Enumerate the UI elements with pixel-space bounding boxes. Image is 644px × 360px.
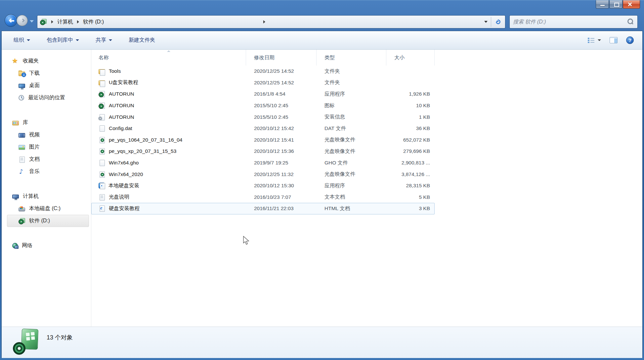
nav-bar: 计算机 软件 (D:)	[0, 13, 644, 31]
forward-button[interactable]	[17, 15, 28, 26]
file-date: 2020/10/12 15:30	[246, 183, 317, 189]
file-name: 光盘说明	[109, 194, 129, 201]
file-date: 2016/10/23 7:07	[246, 194, 317, 200]
table-row[interactable]: 硬盘安装教程 2016/11/21 22:03 HTML 文档 3 KB	[91, 203, 435, 214]
file-name: pe_yqs_xp_20_07_31_15_53	[109, 148, 176, 154]
file-size: 279,696 KB	[386, 148, 435, 154]
column-header-name[interactable]: 名称	[91, 50, 246, 66]
help-button[interactable]: ?	[626, 36, 634, 44]
download-icon	[19, 71, 25, 76]
table-row[interactable]: AUTORUN 2015/5/10 2:45 图标 10 KB	[91, 100, 435, 112]
sidebar-item-documents[interactable]: 文档	[7, 153, 89, 165]
search-box	[509, 15, 638, 28]
sidebar-item-videos[interactable]: 视频	[7, 129, 89, 141]
sidebar-item-software-d[interactable]: 软件 (D:)	[7, 215, 89, 227]
file-date: 2016/11/21 22:03	[246, 205, 317, 211]
disc-app-icon	[99, 103, 105, 109]
file-size: 3 KB	[386, 205, 435, 211]
breadcrumb-item-software-d[interactable]: 软件 (D:)	[73, 19, 104, 25]
table-row[interactable]: 光盘说明 2016/10/23 7:07 文本文档 5 KB	[91, 192, 435, 203]
file-name: Tools	[109, 68, 121, 74]
file-date: 2020/10/12 15:42	[246, 125, 317, 131]
table-row[interactable]: AUTORUN 2015/5/10 2:45 安装信息 1 KB	[91, 111, 435, 123]
table-row[interactable]: Win7x64_2020 2020/12/25 11:32 光盘映像文件 3,8…	[91, 168, 435, 180]
file-name: 硬盘安装教程	[109, 205, 140, 212]
breadcrumb-separator-icon	[51, 20, 53, 23]
views-icon	[588, 37, 594, 43]
table-row[interactable]: Win7x64.gho 2019/9/7 19:25 GHO 文件 2,900,…	[91, 157, 435, 169]
maximize-button[interactable]	[609, 0, 623, 9]
star-icon	[12, 58, 19, 64]
sidebar-item-music[interactable]: 音乐	[7, 165, 89, 178]
table-row[interactable]: AUTORUN 2016/1/8 4:54 应用程序 1,926 KB	[91, 88, 435, 100]
window-controls	[595, 0, 640, 9]
change-view-button[interactable]	[588, 37, 601, 43]
file-type: DAT 文件	[317, 125, 386, 132]
file-type: 文件夹	[317, 68, 386, 75]
search-input[interactable]	[510, 19, 626, 25]
file-type: 文本文档	[317, 194, 386, 201]
file-name: Config.dat	[109, 125, 132, 131]
search-icon	[626, 18, 635, 26]
file-date: 2020/10/12 15:36	[246, 148, 317, 154]
table-row[interactable]: 本地硬盘安装 2020/10/12 15:30 应用程序 28,315 KB	[91, 180, 435, 192]
back-button[interactable]	[5, 14, 17, 27]
sidebar-item-pictures[interactable]: 图片	[7, 141, 89, 153]
breadcrumb-item-computer[interactable]: 计算机	[47, 19, 73, 25]
videos-icon	[19, 133, 25, 138]
file-date: 2015/5/10 2:45	[246, 103, 317, 109]
main-area: 收藏夹下载桌面最近访问的位置库视频图片文档音乐计算机本地磁盘 (C:)软件 (D…	[2, 50, 642, 327]
titlebar[interactable]	[0, 0, 644, 13]
disc-image-icon	[99, 137, 105, 143]
table-row[interactable]: U盘安装教程 2020/12/25 14:52 文件夹	[91, 77, 435, 89]
preview-pane-button[interactable]	[610, 37, 618, 43]
status-bar: 13 个对象	[2, 327, 642, 358]
toolbar-button-new-folder[interactable]: 新建文件夹	[125, 35, 158, 46]
toolbar-button-share[interactable]: 共享	[92, 35, 115, 46]
column-headers: 名称 修改日期 类型	[91, 50, 435, 66]
file-date: 2020/12/25 14:52	[246, 80, 317, 86]
sidebar-item-download[interactable]: 下载	[7, 67, 89, 79]
file-date: 2019/9/7 19:25	[246, 160, 317, 166]
file-type: 应用程序	[317, 91, 386, 98]
file-type: 光盘映像文件	[317, 171, 386, 178]
file-size: 3,874,126 ...	[386, 171, 435, 177]
explorer-window: 计算机 软件 (D:)	[0, 0, 644, 360]
toolbar-button-organize[interactable]: 组织	[10, 35, 33, 46]
drive-status-icon	[13, 329, 39, 355]
file-name: Win7x64_2020	[109, 171, 143, 177]
status-text: 13 个对象	[47, 334, 73, 341]
sidebar-group-network[interactable]: 网络	[2, 240, 91, 252]
sidebar-item-desktop[interactable]: 桌面	[7, 79, 89, 92]
breadcrumb-separator-icon[interactable]	[263, 20, 265, 23]
sidebar-group-computer[interactable]: 计算机	[2, 190, 91, 202]
file-blank-icon	[99, 160, 105, 166]
address-bar[interactable]: 计算机 软件 (D:)	[37, 15, 505, 28]
drive-icon	[40, 19, 47, 25]
table-row[interactable]: Tools 2020/12/25 14:52 文件夹	[91, 66, 435, 77]
lib-icon	[12, 121, 19, 125]
file-type: GHO 文件	[317, 159, 386, 166]
sidebar-group-favorites[interactable]: 收藏夹	[2, 55, 91, 67]
table-row[interactable]: pe_yqs_1064_20_07_31_16_04 2020/10/12 15…	[91, 134, 435, 146]
column-header-type[interactable]: 类型	[317, 50, 386, 66]
toolbar-button-include-in-library[interactable]: 包含到库中	[43, 35, 82, 46]
column-header-size[interactable]: 大小	[386, 50, 435, 66]
table-row[interactable]: pe_yqs_xp_20_07_31_15_53 2020/10/12 15:3…	[91, 146, 435, 157]
file-size: 1,926 KB	[386, 91, 435, 97]
minimize-button[interactable]	[596, 0, 609, 9]
file-size: 652,072 KB	[386, 137, 435, 143]
refresh-button[interactable]	[491, 16, 505, 28]
dropdown-caret-icon	[109, 39, 112, 41]
sidebar-group-libraries[interactable]: 库	[2, 116, 91, 129]
file-type: 文件夹	[317, 79, 386, 86]
table-row[interactable]: Config.dat 2020/10/12 15:42 DAT 文件 36 KB	[91, 123, 435, 134]
address-dropdown-button[interactable]	[481, 16, 491, 28]
close-button[interactable]	[623, 0, 640, 9]
file-type: 光盘映像文件	[317, 136, 386, 143]
file-name: 本地硬盘安装	[108, 182, 139, 189]
sidebar-item-recent-places[interactable]: 最近访问的位置	[7, 92, 89, 104]
recent-locations-chevron[interactable]	[30, 20, 34, 22]
column-header-date-modified[interactable]: 修改日期	[246, 50, 317, 66]
sidebar-item-local-disk-c[interactable]: 本地磁盘 (C:)	[7, 202, 89, 215]
